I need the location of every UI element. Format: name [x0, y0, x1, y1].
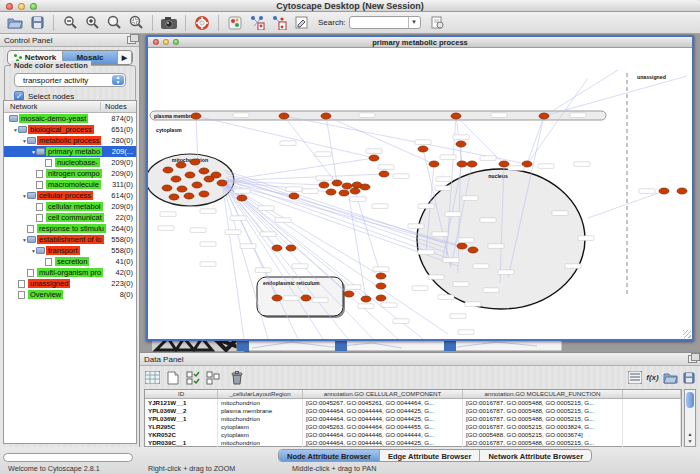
table-cell[interactable]: [GO:0016787, GO:0005488, GO:0005215, G..… — [463, 407, 623, 415]
network-node[interactable] — [176, 162, 186, 168]
table-cell[interactable]: [GO:0044464, GO:0044444, GO:0044425, G..… — [303, 415, 463, 423]
layout-b-icon[interactable] — [268, 13, 290, 32]
tab-node-attribute-browser[interactable]: Node Attribute Browser — [279, 450, 380, 461]
network-node[interactable] — [184, 193, 194, 199]
network-window-titlebar[interactable]: primary metabolic process — [148, 37, 692, 48]
network-node[interactable] — [211, 172, 221, 178]
zoom-in-icon[interactable] — [81, 13, 103, 32]
new-attribute-icon[interactable] — [164, 369, 181, 386]
function-builder-icon[interactable]: f(x) — [644, 369, 661, 386]
network-node[interactable] — [332, 180, 342, 186]
network-node[interactable] — [677, 188, 687, 194]
network-node[interactable] — [376, 295, 386, 301]
tree-row[interactable]: ▼biological_process651(0) — [4, 124, 136, 135]
network-node[interactable] — [171, 176, 181, 182]
scrollbar-thumb[interactable] — [686, 392, 694, 408]
network-node[interactable] — [191, 113, 201, 119]
tree-row[interactable]: multi-organism pro42(0) — [4, 267, 136, 278]
tree-row[interactable]: macromolecule311(0) — [4, 179, 136, 190]
table-cell[interactable]: [GO:0045263, GO:0044464, GO:0044455, G..… — [303, 423, 463, 431]
table-scrollbar[interactable]: ▲ ▼ — [684, 389, 696, 447]
more-tabs-arrow[interactable]: ▶ — [118, 51, 132, 64]
save-icon[interactable] — [26, 13, 48, 32]
network-node[interactable] — [539, 113, 549, 119]
table-cell[interactable]: cytoplasm — [218, 423, 303, 431]
network-node[interactable] — [272, 295, 282, 301]
table-cell[interactable]: cytoplasm — [218, 431, 303, 439]
zoom-out-icon[interactable] — [59, 13, 81, 32]
table-cell[interactable]: YDR039C__1 — [145, 439, 218, 447]
network-node[interactable] — [360, 184, 370, 190]
table-cell[interactable]: YKR052C — [145, 431, 218, 439]
network-node[interactable] — [286, 245, 296, 251]
network-node[interactable] — [339, 190, 349, 196]
tree-row[interactable]: mosaic-demo-yeast874(0) — [4, 113, 136, 124]
table-cell[interactable]: plasma membrane — [218, 407, 303, 415]
tree-row[interactable]: response to stimulu264(0) — [4, 223, 136, 234]
network-node[interactable] — [185, 172, 195, 178]
network-node[interactable] — [217, 180, 227, 186]
network-node[interactable] — [467, 161, 477, 167]
attribute-list-icon[interactable] — [626, 369, 643, 386]
network-node[interactable] — [379, 171, 389, 177]
tree-row[interactable]: ▼establishment of lo558(0) — [4, 234, 136, 245]
help-icon[interactable] — [191, 13, 213, 32]
float-panel-icon[interactable] — [688, 355, 697, 363]
table-cell[interactable]: [GO:0045267, GO:0045261, GO:0044464, G..… — [303, 399, 463, 407]
float-panel-icon[interactable] — [127, 36, 136, 44]
network-node[interactable] — [162, 185, 172, 191]
tab-edge-attribute-browser[interactable]: Edge Attribute Browser — [380, 450, 480, 461]
tab-network-attribute-browser[interactable]: Network Attribute Browser — [480, 450, 591, 461]
table-cell[interactable]: [GO:0044464, GO:0044444, GO:0044425, G..… — [303, 439, 463, 447]
network-node[interactable] — [499, 161, 509, 167]
network-node[interactable] — [169, 194, 179, 200]
network-node[interactable] — [369, 155, 379, 161]
table-row[interactable]: YDR039C__1mitochondrion[GO:0044464, GO:0… — [145, 439, 681, 447]
network-node[interactable] — [350, 188, 360, 194]
network-node[interactable] — [418, 146, 428, 152]
network-node[interactable] — [321, 113, 331, 119]
search-input[interactable]: ▼ — [349, 16, 421, 29]
network-node[interactable] — [319, 182, 329, 188]
table-column-header[interactable]: annotation.GO MOLECULAR_FUNCTION — [463, 390, 623, 398]
network-node[interactable] — [192, 182, 202, 188]
table-cell[interactable]: YJR121W__1 — [145, 399, 218, 407]
table-cell[interactable]: YPL036W__2 — [145, 407, 218, 415]
tree-row[interactable]: secretion41(0) — [4, 256, 136, 267]
tree-row[interactable]: ▼cellular process614(0) — [4, 190, 136, 201]
table-cell[interactable]: mitochondrion — [218, 399, 303, 407]
table-cell[interactable]: [GO:0016787, GO:0005215, GO:0003824, G..… — [463, 423, 623, 431]
table-cell[interactable]: YLR295C — [145, 423, 218, 431]
table-cell[interactable]: YPL036W__1 — [145, 415, 218, 423]
chevron-down-icon[interactable]: ▼ — [408, 17, 420, 28]
import-icon[interactable] — [427, 13, 449, 32]
network-node[interactable] — [279, 113, 289, 119]
network-node[interactable] — [237, 195, 247, 201]
delete-attribute-icon[interactable] — [228, 369, 245, 386]
network-node[interactable] — [272, 245, 282, 251]
network-node[interactable] — [301, 295, 311, 301]
network-node[interactable] — [451, 113, 461, 119]
compartment-plasma-membrane[interactable] — [150, 111, 606, 120]
network-node[interactable] — [457, 243, 467, 249]
table-cell[interactable]: [GO:0016787, GO:0005488, GO:0005215, G..… — [463, 439, 623, 447]
network-node[interactable] — [344, 291, 354, 297]
table-cell[interactable]: [GO:0044464, GO:0044446, GO:0044444, G..… — [303, 431, 463, 439]
network-node[interactable] — [289, 193, 299, 199]
tree-col-nodes[interactable]: Nodes — [100, 102, 127, 111]
network-node[interactable] — [163, 167, 173, 173]
table-cell[interactable]: [GO:0044464, GO:0044444, GO:0044425, G..… — [303, 407, 463, 415]
table-column-header[interactable]: annotation.GO CELLULAR_COMPONENT — [303, 390, 463, 398]
table-cell[interactable]: [GO:0005488, GO:0005215, GO:0003674] — [463, 431, 623, 439]
network-node[interactable] — [429, 161, 439, 167]
tree-row[interactable]: ▼metabolic process280(0) — [4, 135, 136, 146]
table-cell[interactable]: mitochondrion — [218, 439, 303, 447]
resize-grip[interactable] — [683, 330, 691, 338]
table-mode-icon[interactable] — [144, 369, 161, 386]
network-node[interactable] — [376, 273, 386, 279]
network-node[interactable] — [468, 247, 478, 253]
import-table-icon[interactable] — [662, 369, 679, 386]
table-row[interactable]: YLR295Ccytoplasm[GO:0045263, GO:0044464,… — [145, 423, 681, 431]
tree-row[interactable]: nitrogen compo209(0) — [4, 168, 136, 179]
tree-row[interactable]: Overview8(0) — [4, 289, 136, 300]
